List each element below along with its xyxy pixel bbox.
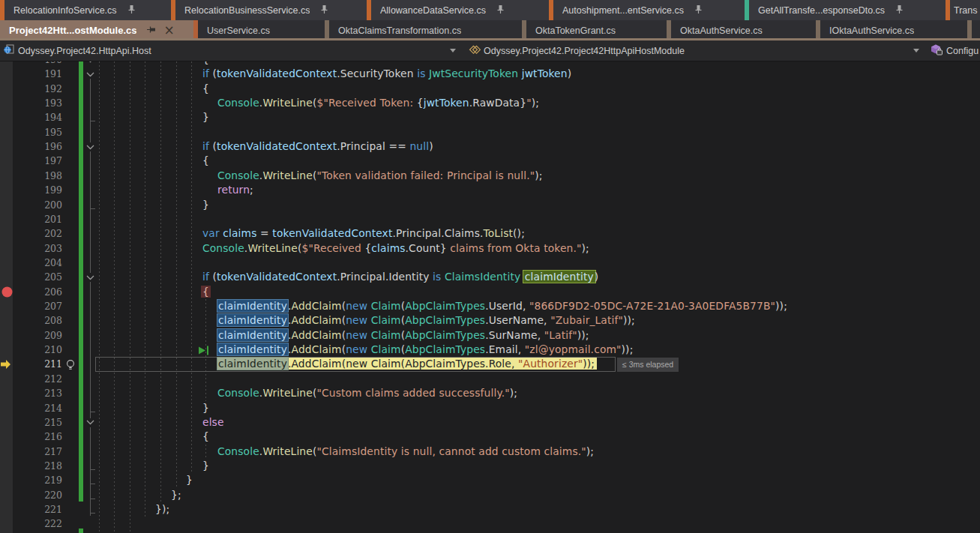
line-number: 192 xyxy=(0,82,62,96)
line-number: 196 xyxy=(0,139,62,154)
code-line[interactable]: Console.WriteLine("Token validation fail… xyxy=(217,169,543,183)
code-line[interactable]: else xyxy=(202,415,224,430)
pin-icon[interactable] xyxy=(694,4,703,16)
code-line[interactable]: if (tokenValidatedContext.Principal == n… xyxy=(202,139,433,154)
line-number: 199 xyxy=(0,183,62,197)
code-line[interactable]: Console.WriteLine("ClaimsIdentity is nul… xyxy=(217,445,594,459)
change-tracking-bar xyxy=(79,529,83,533)
code-line[interactable]: { xyxy=(202,285,209,299)
line-number: 217 xyxy=(0,445,62,459)
line-number: 218 xyxy=(0,459,62,473)
member-dropdown-chevron[interactable] xyxy=(913,49,919,52)
fold-end-tick xyxy=(91,469,95,470)
fold-end-tick xyxy=(91,499,95,499)
lightbulb-icon[interactable] xyxy=(65,359,76,370)
code-line[interactable]: return; xyxy=(217,183,253,197)
open-tab-5[interactable]: IOktaAuthService.cs xyxy=(820,20,967,40)
tab-label: RelocationBusinessService.cs xyxy=(184,5,310,16)
run-to-click-icon[interactable] xyxy=(199,346,211,355)
fold-chevron[interactable] xyxy=(85,70,96,79)
pin-icon[interactable] xyxy=(895,4,904,16)
fold-chevron[interactable] xyxy=(85,273,96,282)
project-dropdown-chevron[interactable] xyxy=(450,49,456,52)
perf-tip[interactable]: ≤ 3ms elapsed xyxy=(617,358,679,372)
member-dropdown[interactable]: Odyssey.Project42.Project42HttpApiHostMo… xyxy=(456,43,919,58)
code-line[interactable]: } xyxy=(202,401,209,415)
code-line[interactable]: claimIdentity.AddClaim(new Claim(AbpClai… xyxy=(217,328,589,343)
fold-end-tick xyxy=(91,513,95,514)
fold-chevron[interactable] xyxy=(85,418,96,427)
code-line[interactable]: if (tokenValidatedContext.SecurityToken … xyxy=(202,67,571,81)
line-number: 222 xyxy=(0,517,62,531)
pinned-tab-2[interactable]: AllowanceDataService.cs xyxy=(371,0,549,20)
pin-icon[interactable] xyxy=(127,4,136,16)
pin-icon[interactable] xyxy=(496,4,505,16)
tab-label: Trans xyxy=(954,5,978,16)
tab-label: Autoshipment...entService.cs xyxy=(562,5,684,16)
pin-icon[interactable] xyxy=(320,4,328,16)
line-number: 208 xyxy=(0,313,62,328)
tab-label: OktaAuthService.cs xyxy=(680,25,763,36)
code-line[interactable]: Console.WriteLine($"Received Token: {jwt… xyxy=(217,96,539,110)
outline-line[interactable] xyxy=(90,73,91,516)
code-editor[interactable]: 190{191if (tokenValidatedContext.Securit… xyxy=(0,61,980,533)
line-number: 221 xyxy=(0,502,62,517)
code-line[interactable]: Console.WriteLine("Custom claims added s… xyxy=(217,386,517,400)
indent-guide xyxy=(191,61,192,474)
code-line[interactable]: } xyxy=(202,198,209,212)
right-dropdown[interactable]: Configu xyxy=(919,43,979,58)
code-line[interactable]: { xyxy=(202,61,209,67)
code-line[interactable]: } xyxy=(202,110,209,124)
code-line[interactable]: { xyxy=(202,154,209,168)
open-tab-3[interactable]: OktaTokenGrant.cs xyxy=(526,20,667,40)
open-tab-4[interactable]: OktaAuthService.cs xyxy=(671,20,816,40)
line-number: 220 xyxy=(0,488,62,502)
tab-label: AllowanceDataService.cs xyxy=(380,5,486,16)
line-number: 215 xyxy=(0,415,62,430)
line-number: 203 xyxy=(0,241,62,256)
pinned-tab-0[interactable]: RelocationInfoService.cs xyxy=(4,0,171,20)
breakpoint-dot[interactable] xyxy=(1,286,13,298)
pinned-tab-5[interactable]: Trans xyxy=(950,0,980,20)
open-tab-row: Project42Htt...ostModule.cs×UserService.… xyxy=(0,20,980,40)
code-line[interactable]: Console.WriteLine($"Received {claims.Cou… xyxy=(202,241,589,256)
indent-guide xyxy=(99,61,100,533)
code-line[interactable]: if (tokenValidatedContext.Principal.Iden… xyxy=(202,270,598,284)
pinned-tab-1[interactable]: RelocationBusinessService.cs xyxy=(175,0,367,20)
line-number: 193 xyxy=(0,96,62,110)
line-number: 200 xyxy=(0,198,62,212)
open-tab-6[interactable] xyxy=(972,20,980,40)
fold-chevron[interactable] xyxy=(85,142,96,151)
code-line[interactable]: }); xyxy=(155,502,169,517)
project-dropdown-label: Odyssey.Project42.HttpApi.Host xyxy=(18,46,151,56)
project-dropdown[interactable]: Odyssey.Project42.HttpApi.Host xyxy=(0,43,456,58)
code-line[interactable]: claimIdentity.AddClaim(new Claim(AbpClai… xyxy=(217,357,597,371)
code-line[interactable]: claimIdentity.AddClaim(new Claim(AbpClai… xyxy=(217,299,787,313)
code-line[interactable]: claimIdentity.AddClaim(new Claim(AbpClai… xyxy=(217,343,633,357)
change-tracking-bar xyxy=(79,61,83,502)
indent-guide xyxy=(160,61,161,502)
pinned-tab-4[interactable]: GetAllTransfe...esponseDto.cs xyxy=(749,0,946,20)
fold-chevron[interactable] xyxy=(85,61,96,64)
line-number: 214 xyxy=(0,401,62,415)
code-line[interactable]: { xyxy=(202,82,209,96)
open-tab-1[interactable]: UserService.cs xyxy=(198,20,325,40)
fold-end-tick xyxy=(91,484,95,484)
pinned-tab-3[interactable]: Autoshipment...entService.cs xyxy=(553,0,745,20)
code-line[interactable]: { xyxy=(202,430,209,444)
line-number: 194 xyxy=(0,110,62,124)
line-number: 219 xyxy=(0,473,62,487)
open-tab-0[interactable]: Project42Htt...ostModule.cs× xyxy=(0,20,193,40)
code-line[interactable]: claimIdentity.AddClaim(new Claim(AbpClai… xyxy=(217,313,635,328)
code-line[interactable]: }; xyxy=(171,488,181,502)
tab-label: UserService.cs xyxy=(207,25,270,36)
tab-label: GetAllTransfe...esponseDto.cs xyxy=(758,5,885,16)
code-line[interactable]: } xyxy=(186,473,193,487)
line-number: 190 xyxy=(0,61,62,67)
close-icon[interactable]: × xyxy=(163,24,174,37)
code-line[interactable]: } xyxy=(202,459,209,473)
pin-icon[interactable] xyxy=(147,25,155,37)
line-number: 205 xyxy=(0,270,62,284)
code-line[interactable]: var claims = tokenValidatedContext.Princ… xyxy=(202,226,525,241)
open-tab-2[interactable]: OktaClaimsTransformation.cs xyxy=(329,20,522,40)
